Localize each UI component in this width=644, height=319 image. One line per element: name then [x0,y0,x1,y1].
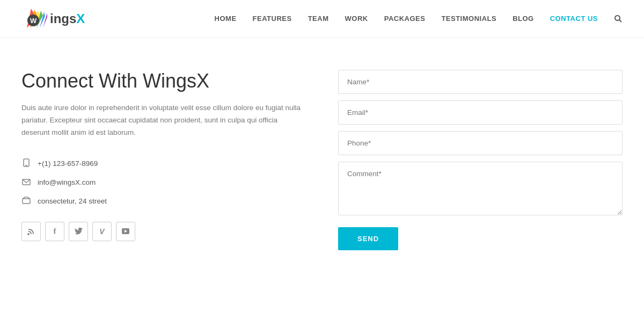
main-content: Connect With WingsX Duis aute irure dolo… [0,38,644,282]
logo-text: ingsX [50,11,85,26]
nav-work[interactable]: WORK [345,15,368,23]
rss-icon [27,228,35,235]
address-icon [21,197,31,206]
social-facebook[interactable]: f [45,222,64,241]
email-icon [21,178,31,187]
header: W ingsX HOME FEATURES TEAM WORK PACKAGES… [0,0,644,38]
phone-item: +(1) 123-657-8969 [21,158,306,169]
logo: W ingsX [21,8,85,30]
nav-testimonials[interactable]: TESTIMONIALS [441,15,496,23]
nav-home[interactable]: HOME [215,15,237,23]
vimeo-icon: V [99,227,104,236]
search-button[interactable] [614,15,623,23]
nav-features[interactable]: FEATURES [253,15,292,23]
social-youtube[interactable] [116,222,135,241]
social-icons: f V [21,222,306,241]
email-text: info@wingsX.com [38,178,96,186]
twitter-icon [75,228,83,235]
svg-point-8 [615,16,620,20]
send-button[interactable]: SEND [338,227,398,250]
contact-form: SEND [338,70,623,250]
page-title: Connect With WingsX [21,70,306,92]
phone-text: +(1) 123-657-8969 [38,160,98,168]
svg-line-9 [619,20,621,22]
email-field-group [338,100,623,125]
svg-point-14 [27,233,30,235]
contact-form-panel: SEND [338,70,623,250]
phone-icon [21,158,31,169]
email-input[interactable] [338,100,623,125]
social-twitter[interactable] [69,222,88,241]
social-rss[interactable] [21,222,41,241]
phone-input[interactable] [338,131,623,155]
nav-blog[interactable]: BLOG [513,15,534,23]
name-input[interactable] [338,70,623,94]
logo-icon: W [21,8,51,30]
comment-input[interactable] [338,162,623,215]
search-icon [614,15,623,23]
name-field-group [338,70,623,94]
comment-field-group [338,162,623,218]
phone-field-group [338,131,623,155]
svg-text:W: W [30,17,37,25]
main-nav: HOME FEATURES TEAM WORK PACKAGES TESTIMO… [215,15,623,23]
svg-rect-13 [23,199,30,204]
email-item: info@wingsX.com [21,178,306,187]
page-description: Duis aute irure dolor in reprehenderit i… [21,102,306,139]
social-vimeo[interactable]: V [92,222,112,241]
nav-packages[interactable]: PACKAGES [384,15,426,23]
facebook-icon: f [54,227,56,236]
youtube-icon [121,228,130,235]
contact-info: +(1) 123-657-8969 info@wingsX.com [21,158,306,206]
address-text: consectetur, 24 street [38,197,107,205]
address-item: consectetur, 24 street [21,197,306,206]
nav-contact[interactable]: CONTACT US [550,15,598,23]
left-panel: Connect With WingsX Duis aute irure dolo… [21,70,306,250]
nav-team[interactable]: TEAM [308,15,329,23]
